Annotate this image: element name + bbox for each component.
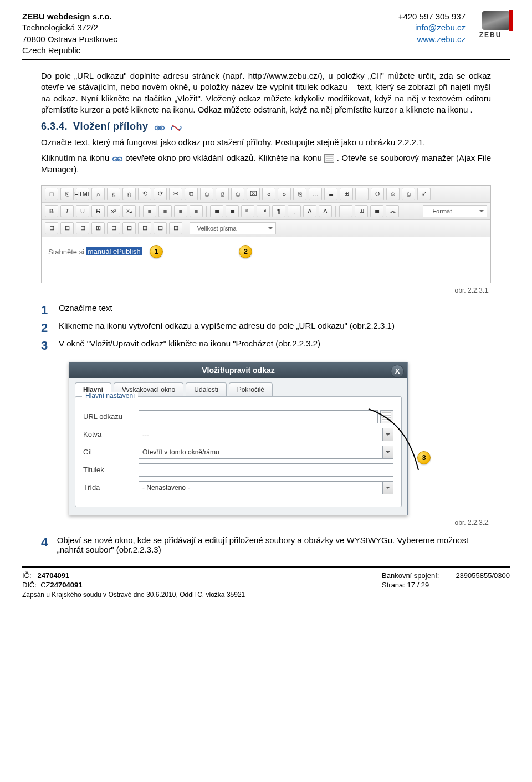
toolbar-button[interactable]: ⎙ [200,188,213,200]
toolbar-button[interactable]: ⊞ [91,222,105,234]
toolbar-button[interactable]: x₂ [122,205,136,217]
toolbar-button[interactable]: HTML [76,188,89,200]
toolbar-button[interactable]: ⟳ [154,188,167,200]
toolbar-button[interactable]: B [45,205,58,217]
toolbar-button[interactable]: ≡ [158,205,172,217]
toolbar-button[interactable]: ⫘ [386,205,399,217]
anchor-select[interactable]: --- [139,428,393,441]
toolbar-button[interactable]: ≣ [324,188,337,200]
toolbar-button[interactable]: A [319,205,332,217]
row-title: Titulek [83,463,393,477]
main-settings-group: Hlavní nastavení URL odkazu Kotva --- Cí… [75,396,402,507]
link-dialog: Vložit/upravit odkaz X Hlavní Vyskakovac… [69,362,408,515]
toolbar-button[interactable]: ≡ [143,205,156,217]
class-select[interactable]: - Nenastaveno - [139,481,393,494]
toolbar-button[interactable]: ⧉ [185,188,198,200]
tab-advanced[interactable]: Pokročilé [229,382,273,396]
title-input[interactable] [139,463,393,477]
toolbar-button[interactable]: » [278,188,291,200]
toolbar-button[interactable]: ¶ [272,205,285,217]
toolbar-row-2: BIUSx²x₂ ≡≡≡≡ ≣≣⇤⇥¶„AA —⊞≣⫘ -- Formát -- [42,203,490,220]
toolbar-button[interactable]: « [262,188,275,200]
toolbar-button[interactable]: ⎌ [107,188,120,200]
footer-right: Bankovní spojení: 239055855/0300 Strana:… [382,571,510,599]
logo-text: ZEBU [471,31,510,39]
section-title: Vložení přílohy [73,121,149,132]
toolbar-button[interactable]: ⎙ [216,188,229,200]
address-line-1: Technologická 372/2 [22,22,117,33]
toolbar-button[interactable]: … [309,188,322,200]
toolbar-button[interactable]: ⇤ [241,205,254,217]
bank-label: Bankovní spojení: [382,571,439,581]
step-2: 2Klikneme na ikonu vytvoření odkazu a vy… [41,321,491,335]
toolbar-button[interactable]: S [91,205,105,217]
toolbar-button[interactable]: ≡ [174,205,187,217]
ic-value: 24704091 [37,571,69,580]
toolbar-button[interactable]: ⎘ [60,188,74,200]
row-url: URL odkazu [83,410,393,423]
toolbar-button[interactable]: ⇥ [257,205,270,217]
toolbar-button[interactable]: ⌧ [247,188,260,200]
step-4: 4Objeví se nové okno, kde se přidávají a… [41,535,491,554]
toolbar-button[interactable]: ⊞ [169,222,182,234]
toolbar-button[interactable]: ⎙ [402,188,415,200]
toolbar-button[interactable]: ⎌ [122,188,136,200]
toolbar-button[interactable]: ⊞ [138,222,151,234]
toolbar-button[interactable]: Ω [371,188,384,200]
row-anchor: Kotva --- [83,428,393,441]
toolbar-separator [139,206,140,217]
toolbar-button[interactable]: ⎘ [293,188,306,200]
step-4-text: Objeví se nové okno, kde se přidávají a … [57,535,491,554]
toolbar-button[interactable]: ⌕ [91,188,105,200]
close-icon[interactable]: X [391,365,404,378]
editor-text-pre: Stahněte si [48,247,86,255]
svg-line-3 [172,125,180,131]
toolbar-button[interactable]: U [76,205,89,217]
toolbar-button[interactable]: ⊞ [45,222,58,234]
toolbar-button[interactable]: — [339,205,352,217]
web-link[interactable]: www.zebu.cz [417,34,466,44]
toolbar-button[interactable]: ⊟ [107,222,120,234]
link-icon-inline [112,155,123,162]
toolbar-button[interactable]: „ [288,205,301,217]
fontsize-select[interactable]: - Velikost písma - [190,222,276,234]
header-left: ZEBU webdesign s.r.o. Technologická 372/… [22,11,117,56]
toolbar-button[interactable]: I [60,205,74,217]
target-select[interactable]: Otevřít v tomto okně/rámu [139,446,393,459]
toolbar-button[interactable]: A [303,205,316,217]
toolbar-button[interactable]: ⟲ [138,188,151,200]
toolbar-row-1: □⎘HTML⌕⎌⎌⟲⟳✂⧉⎙⎙⎙⌧«»⎘…≣⊞—Ω☺⎙⤢ [42,186,490,203]
section-heading: 6.3.4. Vložení přílohy [41,121,491,132]
bank-value: 239055855/0300 [456,571,510,581]
toolbar-button[interactable]: ≣ [226,205,239,217]
document-body: Do pole „URL odkazu" doplníte adresu str… [22,60,510,554]
tab-events[interactable]: Události [186,382,226,396]
editor-content[interactable]: Stahněte si manuál ePublish 1 2 [42,237,490,283]
toolbar-button[interactable]: ⊞ [76,222,89,234]
toolbar-button[interactable]: ⊞ [355,205,368,217]
browse-icon-inline [324,154,334,163]
toolbar-button[interactable]: ☺ [386,188,400,200]
toolbar-button[interactable]: ≡ [190,205,203,217]
callout-2: 2 [239,245,252,258]
toolbar-button[interactable]: x² [107,205,120,217]
url-input[interactable] [139,410,378,423]
format-select[interactable]: -- Formát -- [423,205,487,217]
toolbar-button[interactable]: ≣ [210,205,223,217]
email-link[interactable]: info@zebu.cz [415,23,466,32]
p3a: Kliknutím na ikonu [41,153,109,162]
toolbar-button[interactable]: ⤢ [417,188,431,200]
toolbar-button[interactable]: □ [45,188,58,200]
toolbar-button[interactable]: ⊟ [122,222,136,234]
step-4-list: 4Objeví se nové okno, kde se přidávají a… [41,535,491,554]
toolbar-button[interactable]: ⊞ [340,188,353,200]
p3: Kliknutím na ikonu otevřete okno pro vkl… [41,152,491,175]
toolbar-button[interactable]: ⊟ [60,222,74,234]
dic-label: DIČ: [22,581,37,589]
toolbar-button[interactable]: ✂ [169,188,182,200]
toolbar-button[interactable]: ⎙ [231,188,244,200]
toolbar-button[interactable]: ⊟ [154,222,167,234]
toolbar-button[interactable]: ≣ [370,205,383,217]
page-label: Strana: [382,581,405,589]
toolbar-button[interactable]: — [355,188,369,200]
